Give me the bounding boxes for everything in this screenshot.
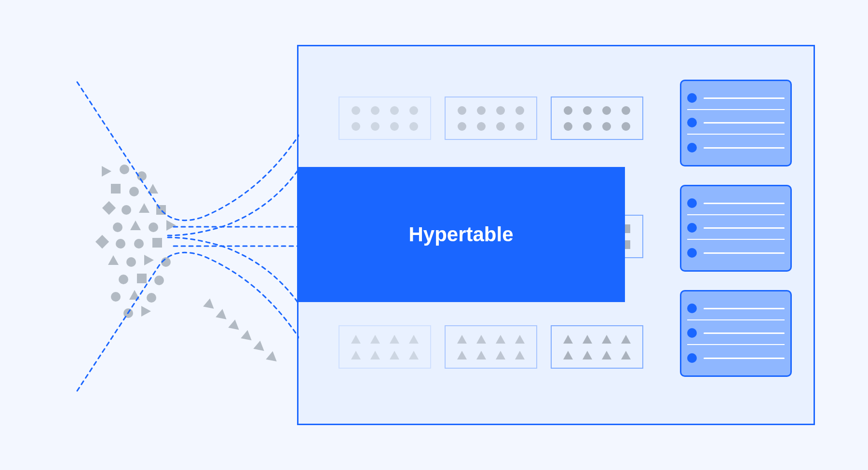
line-icon [704,147,785,149]
result-row [687,346,785,370]
line-icon [704,203,785,204]
line-icon [704,358,785,359]
line-icon [704,122,785,124]
dot-icon [687,143,697,152]
dot-icon [687,223,697,233]
line-icon [704,308,785,309]
dot-icon [687,248,697,258]
result-card-2 [680,185,792,272]
hypertable-label: Hypertable [408,223,513,246]
hypertable-label-box: Hypertable [297,167,625,302]
chunk-circles-2 [445,97,537,140]
line-icon [704,97,785,99]
dot-icon [687,304,697,313]
result-card-1 [680,80,792,166]
result-card-3 [680,290,792,377]
hypertable-diagram: Hypertable [0,0,868,470]
line-icon [704,252,785,254]
line-icon [704,227,785,229]
result-row [687,87,785,110]
chunk-row-triangles [339,325,643,369]
ingest-funnel-paths [48,72,299,401]
dot-icon [687,328,697,338]
result-column [680,80,792,377]
result-row [687,322,785,345]
chunk-triangles-3 [551,325,643,369]
chunk-triangles-2 [445,325,537,369]
result-row [687,297,785,320]
dot-icon [687,118,697,127]
result-row [687,241,785,264]
chunk-triangles-1 [339,325,431,369]
line-icon [704,332,785,334]
dot-icon [687,353,697,363]
dot-icon [687,198,697,208]
result-row [687,111,785,135]
result-row [687,136,785,159]
chunk-row-circles [339,97,643,140]
chunk-circles-1 [339,97,431,140]
dot-icon [687,93,697,103]
chunk-circles-3 [551,97,643,140]
result-row [687,192,785,215]
result-row [687,217,785,240]
